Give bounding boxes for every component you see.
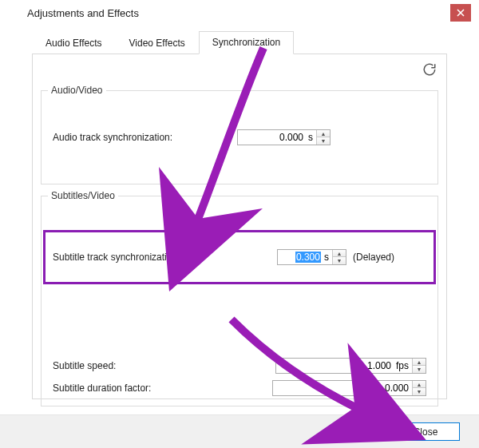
audio-sync-value: 0.000 [238, 130, 307, 145]
subtitle-speed-label: Subtitle speed: [53, 360, 116, 371]
spin-up-icon[interactable]: ▲ [333, 250, 346, 257]
spin-up-icon[interactable]: ▲ [413, 359, 426, 366]
audio-sync-label: Audio track synchronization: [53, 132, 172, 143]
spin-down-icon[interactable]: ▼ [413, 388, 426, 395]
subtitle-speed-spinbox[interactable]: 1.000 fps ▲ ▼ [275, 358, 426, 374]
audio-sync-suffix: s [307, 130, 316, 145]
sync-panel: Audio/Video Audio track synchronization:… [32, 54, 447, 399]
tab-strip: Audio Effects Video Effects Synchronizat… [32, 30, 447, 54]
tab-video-effects[interactable]: Video Effects [116, 32, 199, 54]
window-title: Adjustments and Effects [27, 7, 450, 19]
group-legend-audio-video: Audio/Video [48, 85, 106, 96]
bottom-bar: Close [0, 414, 479, 448]
subtitle-duration-value: 0.000 [273, 381, 412, 395]
adjustments-window: Adjustments and Effects Audio Effects Vi… [0, 0, 479, 448]
tab-synchronization[interactable]: Synchronization [199, 31, 294, 54]
spin-down-icon[interactable]: ▼ [333, 257, 346, 264]
subtitle-duration-label: Subtitle duration factor: [53, 383, 151, 394]
subtitle-sync-label: Subtitle track synchronization: [53, 252, 180, 263]
subtitle-sync-spinbox[interactable]: 0.300 s ▲ ▼ [277, 249, 346, 265]
subtitle-speed-suffix: fps [394, 359, 412, 373]
close-icon [457, 9, 465, 17]
group-audio-video: Audio/Video Audio track synchronization:… [41, 90, 438, 184]
window-close-button[interactable] [450, 4, 471, 22]
close-button[interactable]: Close [391, 422, 460, 441]
group-subtitles-video: Subtitles/Video Subtitle track synchroni… [41, 196, 438, 406]
refresh-icon[interactable] [422, 62, 437, 79]
subtitle-sync-value: 0.300 [295, 252, 321, 263]
tab-audio-effects[interactable]: Audio Effects [32, 32, 116, 54]
subtitle-speed-value: 1.000 [276, 359, 394, 373]
audio-sync-spinbox[interactable]: 0.000 s ▲ ▼ [237, 129, 331, 145]
spin-up-icon[interactable]: ▲ [317, 130, 330, 137]
group-legend-subtitles-video: Subtitles/Video [48, 190, 118, 201]
spin-up-icon[interactable]: ▲ [413, 381, 426, 388]
spin-down-icon[interactable]: ▼ [317, 137, 330, 145]
spin-down-icon[interactable]: ▼ [413, 366, 426, 373]
subtitle-duration-spinbox[interactable]: 0.000 ▲ ▼ [272, 380, 426, 396]
titlebar: Adjustments and Effects [0, 0, 479, 26]
subtitle-sync-status: (Delayed) [353, 252, 394, 263]
subtitle-sync-suffix: s [323, 250, 332, 264]
